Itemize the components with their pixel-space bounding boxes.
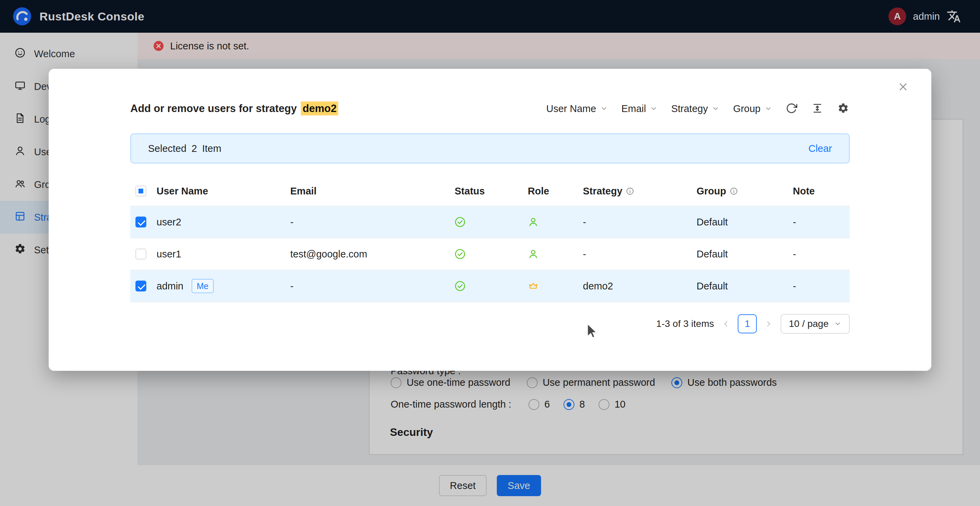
cell-status [450,217,523,227]
table-row-admin[interactable]: admin Me - demo2 Default - [130,270,850,302]
row-checkbox[interactable] [135,249,146,259]
chevron-down-icon [650,105,657,112]
cell-user-name: admin Me [151,279,285,294]
cell-group: Default [692,217,788,228]
status-ok-icon [455,249,466,259]
cell-strategy: - [578,249,692,260]
col-note: Note [788,185,850,197]
cell-group: Default [692,249,788,260]
cell-role [523,249,578,259]
density-icon[interactable] [811,102,824,115]
role-user-icon [528,249,539,259]
cell-role [523,217,578,227]
col-group: Group [692,185,788,197]
status-ok-icon [455,281,466,292]
selection-bar: Selected 2 Item Clear [130,134,850,163]
cell-role [523,281,578,292]
info-icon [730,187,738,195]
filter-user-name[interactable]: User Name [546,103,608,115]
filter-strategy[interactable]: Strategy [671,103,719,115]
clear-selection-link[interactable]: Clear [808,143,832,154]
col-status: Status [450,185,523,197]
role-user-icon [528,217,539,227]
selection-count: Selected 2 Item [148,143,221,154]
filter-toolbar: User Name Email Strategy Group [546,102,850,115]
cell-group: Default [692,281,788,292]
chevron-down-icon [600,105,608,112]
cell-status [450,249,523,259]
role-admin-crown-icon [528,281,539,292]
close-icon[interactable] [898,82,913,97]
info-icon [626,187,634,195]
modal-header: Add or remove users for strategydemo2 Us… [130,98,850,119]
pagination-total: 1-3 of 3 items [656,318,714,329]
table-row-user1[interactable]: user1 test@google.com - Default - [130,238,850,270]
refresh-icon[interactable] [786,102,798,115]
filter-email[interactable]: Email [621,103,658,115]
chevron-down-icon [765,105,772,112]
cell-note: - [788,217,850,228]
col-strategy: Strategy [578,185,692,197]
row-checkbox[interactable] [135,217,146,227]
cell-note: - [788,249,850,260]
filter-group[interactable]: Group [733,103,772,115]
col-user-name: User Name [151,185,285,197]
select-all-checkbox[interactable] [135,185,146,196]
page-root: RustDesk Console A admin Welcome Devices… [0,0,980,506]
page-size-select[interactable]: 10 / page [781,314,850,334]
cell-email: - [285,217,450,228]
cell-user-name: user1 [151,249,285,260]
table-row-user2[interactable]: user2 - - Default - [130,206,850,238]
row-checkbox[interactable] [135,281,146,292]
pagination: 1-3 of 3 items 1 10 / page [130,314,850,334]
cell-email: - [285,281,450,292]
cell-strategy: - [578,217,692,228]
table-header-row: User Name Email Status Role Strategy Gro… [130,176,850,206]
cell-status [450,281,523,292]
status-ok-icon [455,217,466,227]
chevron-down-icon [712,105,719,112]
cell-email: test@google.com [285,249,450,260]
users-table: User Name Email Status Role Strategy Gro… [130,176,850,302]
page-number[interactable]: 1 [738,314,757,334]
cell-user-name: user2 [151,217,285,228]
settings-icon[interactable] [837,102,850,115]
prev-page-icon[interactable] [721,319,730,328]
next-page-icon[interactable] [764,319,773,328]
modal-title: Add or remove users for strategydemo2 [130,102,338,115]
col-role: Role [523,185,578,197]
cell-strategy: demo2 [578,281,692,292]
cell-note: - [788,281,850,292]
strategy-name-highlight: demo2 [301,102,338,115]
mouse-cursor [586,323,600,340]
me-badge: Me [192,279,214,294]
add-remove-users-modal: Add or remove users for strategydemo2 Us… [49,69,931,371]
col-email: Email [285,185,450,197]
chevron-down-icon [834,320,842,327]
